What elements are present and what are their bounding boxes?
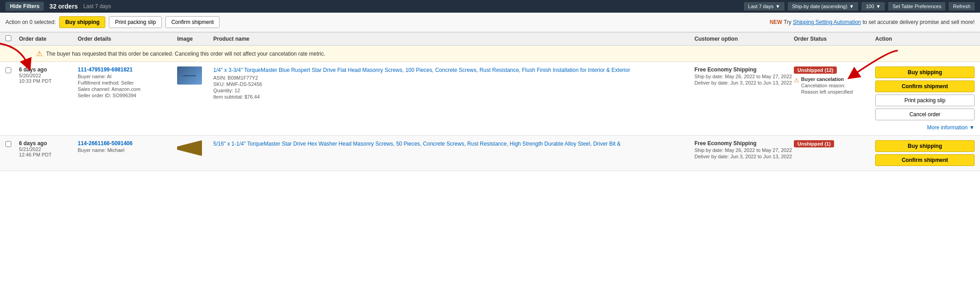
row2-order-id[interactable]: 114-2661166-5091406 (78, 140, 132, 147)
row2-product: 5/16" x 1-1/4" TorqueMaster Star Drive H… (213, 140, 694, 148)
cancel-warning-icon: ⚠ (794, 77, 799, 84)
row1-order-id[interactable]: 111-4795199-6981821 (78, 66, 132, 73)
row1-product-name[interactable]: 1/4" x 3-3/4" TorqueMaster Blue Ruspert … (213, 67, 630, 73)
top-bar-content: Hide Filters 32 orders Last 7 days Last … (5, 2, 975, 11)
last-7-days-filter[interactable]: Last 7 days ▼ (744, 2, 784, 10)
row1-status-badge: Unshipped (12) (794, 66, 837, 74)
row1-image-cell (177, 66, 213, 85)
row1-confirm-shipment-button[interactable]: Confirm shipment (875, 80, 975, 92)
header-action: Action (875, 36, 975, 42)
sort-filter[interactable]: Ship-by date (ascending) ▼ (788, 2, 858, 10)
row2-confirm-shipment-button[interactable]: Confirm shipment (875, 154, 975, 166)
row1-customer-option: Free Economy Shipping Ship by date: May … (694, 66, 794, 85)
row1-fulfillment: Fulfillment method: Seller (78, 80, 177, 85)
row1-cancel-reason: Reason left unspecified (801, 89, 853, 95)
table-header: Order date Order details Image Product n… (0, 32, 980, 46)
hide-filters-button[interactable]: Hide Filters (5, 2, 44, 11)
row2-status: Unshipped (1) (794, 140, 875, 147)
orders-container: 6 days ago 5/20/2022 10:33 PM PDT 111-47… (0, 62, 980, 171)
row2-status-badge: Unshipped (1) (794, 140, 834, 147)
row1-sales-channel: Sales channel: Amazon.com (78, 86, 177, 92)
top-bar: Hide Filters 32 orders Last 7 days Last … (0, 0, 980, 13)
row2-actions: Buy shipping Confirm shipment (875, 140, 975, 166)
warning-icon: ⚠ (36, 49, 42, 58)
row1-time: 10:33 PM PDT (19, 78, 78, 84)
row1-more-info[interactable]: More information ▼ (875, 124, 975, 131)
row2-ship-by: Ship by date: May 26, 2022 to May 27, 20… (694, 147, 794, 153)
row1-sku: SKU: MWF-DS-52456 (213, 81, 694, 87)
row1-checkbox[interactable] (5, 67, 11, 73)
row2-buy-shipping-button[interactable]: Buy shipping (875, 140, 975, 152)
buy-shipping-action-button[interactable]: Buy shipping (59, 16, 105, 28)
row1-asin: ASIN: B09M1F77Y2 (213, 75, 694, 80)
row1-deliver-by: Deliver by date: Jun 3, 2022 to Jun 13, … (694, 80, 794, 85)
row2-product-name[interactable]: 5/16" x 1-1/4" TorqueMaster Star Drive H… (213, 141, 621, 147)
row2-details: 114-2661166-5091406 Buyer name: Michael (78, 140, 177, 153)
row1-ship-by: Ship by date: May 26, 2022 to May 27, 20… (694, 74, 794, 79)
new-suffix: to set accurate delivery promise and sel… (863, 19, 975, 25)
new-tag: NEW (769, 19, 782, 25)
row1-status: Unshipped (12) ⚠ Buyer cancelation Cance… (794, 66, 875, 95)
header-order-details: Order details (78, 36, 177, 42)
warning-text: The buyer has requested that this order … (46, 51, 325, 57)
row2-checkbox[interactable] (5, 141, 11, 147)
row1-age: 6 days ago (19, 66, 78, 73)
row1-product: 1/4" x 3-3/4" TorqueMaster Blue Ruspert … (213, 66, 694, 99)
row1-details: 111-4795199-6981821 Buyer name: Al Fulfi… (78, 66, 177, 98)
row1-print-packing-button[interactable]: Print packing slip (875, 95, 975, 106)
count-filter[interactable]: 100 ▼ (862, 2, 885, 10)
row2-time: 12:46 PM PDT (19, 152, 78, 157)
row2-date: 6 days ago 5/21/2022 12:46 PM PDT (19, 140, 78, 157)
shipping-automation-link[interactable]: Shipping Setting Automation (793, 19, 861, 25)
header-order-status: Order Status (794, 36, 875, 42)
row2-checkbox-cell (5, 140, 19, 147)
warning-row: ⚠ The buyer has requested that this orde… (0, 46, 980, 62)
header-order-date: Order date (19, 36, 78, 42)
header-image: Image (177, 36, 213, 42)
print-packing-action-button[interactable]: Print packing slip (109, 16, 162, 28)
confirm-shipment-action-button[interactable]: Confirm shipment (165, 16, 220, 28)
action-label: Action on 0 selected: (5, 19, 56, 25)
row2-date-val: 5/21/2022 (19, 147, 78, 152)
table-row: 6 days ago 5/21/2022 12:46 PM PDT 114-26… (0, 136, 980, 171)
row1-product-image (177, 66, 202, 85)
table-preferences-button[interactable]: Set Table Preferences (888, 2, 945, 10)
new-banner: NEW Try Shipping Setting Automation to s… (769, 19, 975, 25)
header-customer-option: Customer option (694, 36, 794, 42)
row1-buyer-cancel: ⚠ Buyer cancelation Cancelation reason: … (794, 76, 875, 95)
row1-seller-order: Seller order ID: SO996394 (78, 93, 177, 98)
row2-shipping-option: Free Economy Shipping (694, 140, 794, 147)
row1-date: 6 days ago 5/20/2022 10:33 PM PDT (19, 66, 78, 84)
refresh-button[interactable]: Refresh (949, 2, 975, 10)
row2-image-cell (177, 140, 213, 156)
top-bar-right: Last 7 days ▼ Ship-by date (ascending) ▼… (744, 2, 975, 10)
row2-age: 6 days ago (19, 140, 78, 147)
orders-count: 32 orders (49, 3, 78, 10)
row1-cancel-order-button[interactable]: Cancel order (875, 109, 975, 120)
row2-product-image (177, 140, 202, 156)
orders-subtitle: Last 7 days (83, 3, 111, 9)
select-all-checkbox[interactable] (5, 35, 11, 41)
header-product-name: Product name (213, 36, 694, 42)
action-bar: Action on 0 selected: Buy shipping Print… (0, 13, 980, 32)
row2-customer-option: Free Economy Shipping Ship by date: May … (694, 140, 794, 159)
row1-buy-shipping-button[interactable]: Buy shipping (875, 66, 975, 78)
row1-date-val: 5/20/2022 (19, 73, 78, 78)
header-checkbox-col (5, 35, 19, 43)
row1-shipping-option: Free Economy Shipping (694, 66, 794, 73)
row2-buyer: Buyer name: Michael (78, 147, 177, 153)
row1-checkbox-cell (5, 66, 19, 73)
row1-actions: Buy shipping Confirm shipment Print pack… (875, 66, 975, 131)
row1-cancel-reason-label: Cancelation reason: (801, 83, 853, 88)
row1-cancel-label: Buyer cancelation (801, 76, 853, 82)
row1-quantity: Quantity: 12 (213, 88, 694, 93)
row2-deliver-by: Deliver by date: Jun 3, 2022 to Jun 13, … (694, 154, 794, 159)
table-row: 6 days ago 5/20/2022 10:33 PM PDT 111-47… (0, 62, 980, 136)
row1-subtotal: Item subtotal: $76.44 (213, 94, 694, 99)
row1-buyer: Buyer name: Al (78, 74, 177, 79)
